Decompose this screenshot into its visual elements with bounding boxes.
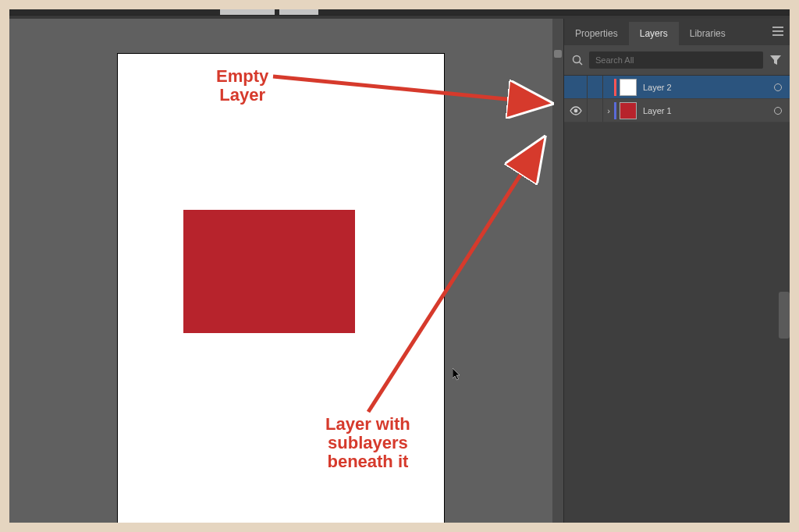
svg-point-4 (574, 56, 581, 63)
layer-color-bar (614, 79, 616, 96)
lock-toggle[interactable] (588, 76, 603, 98)
search-icon[interactable] (572, 55, 583, 66)
layer-list: Layer 2 › Layer (564, 76, 790, 122)
eye-icon (570, 106, 582, 115)
tab-layers[interactable]: Layers (629, 22, 679, 45)
layer-row-layer2[interactable]: Layer 2 (564, 76, 790, 99)
lock-toggle[interactable] (588, 99, 603, 122)
filter-icon[interactable] (769, 55, 782, 66)
target-icon[interactable] (774, 83, 782, 91)
panel-scrollbar-thumb[interactable] (779, 292, 790, 339)
svg-line-5 (580, 62, 583, 66)
panel-menu-icon[interactable] (772, 27, 783, 36)
search-input[interactable] (589, 51, 763, 69)
panel-tabs: Properties Layers Libraries (564, 19, 790, 45)
layer-name[interactable]: Layer 1 (643, 106, 774, 115)
top-bar-stub (9, 9, 790, 16)
canvas-scrollbar[interactable] (552, 19, 563, 523)
layer-search-row (564, 45, 790, 76)
red-rectangle-shape[interactable] (183, 210, 355, 333)
target-icon[interactable] (774, 107, 782, 115)
expand-toggle[interactable]: › (603, 106, 614, 115)
annotation-sublayers: Layer with sublayers beneath it (325, 415, 410, 472)
chevron-right-icon: › (607, 106, 610, 115)
tab-libraries[interactable]: Libraries (679, 22, 737, 45)
scrollbar-thumb[interactable] (554, 50, 562, 58)
layers-panel: ▸▸ Properties Layers Libraries (563, 19, 790, 523)
layer-thumbnail[interactable] (620, 79, 637, 96)
layer-thumbnail[interactable] (620, 102, 637, 119)
workspace: Empty Layer Layer with sublayers beneath… (9, 19, 790, 523)
annotation-empty-layer: Empty Layer (216, 67, 268, 105)
layer-color-bar (614, 102, 616, 119)
tab-properties[interactable]: Properties (564, 22, 629, 45)
layer-name[interactable]: Layer 2 (643, 83, 774, 92)
app-frame: Empty Layer Layer with sublayers beneath… (9, 9, 790, 523)
top-control-stubs (220, 9, 318, 15)
canvas-area: Empty Layer Layer with sublayers beneath… (9, 19, 552, 523)
visibility-toggle[interactable] (564, 99, 588, 122)
layer-row-layer1[interactable]: › Layer 1 (564, 99, 790, 122)
visibility-toggle[interactable] (564, 76, 588, 98)
svg-point-6 (574, 108, 577, 112)
